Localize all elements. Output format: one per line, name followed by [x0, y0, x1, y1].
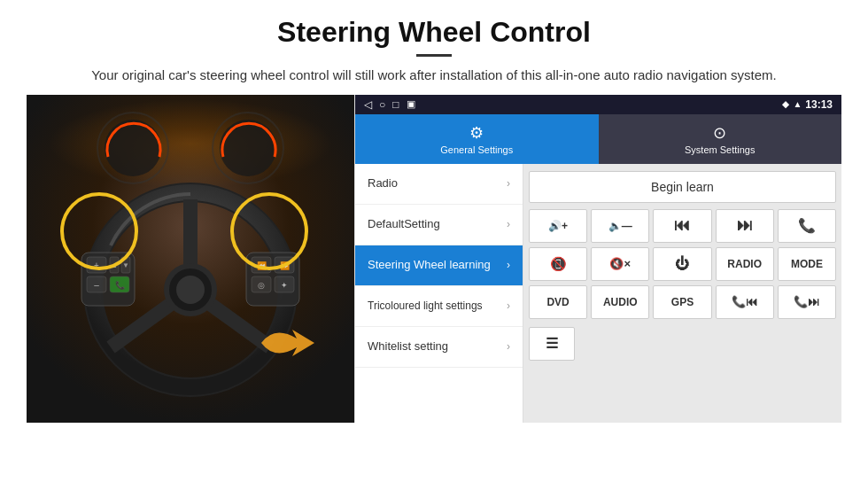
menu-item-whitelist[interactable]: Whitelist setting › — [355, 327, 523, 368]
page-wrapper: Steering Wheel Control Your original car… — [0, 0, 868, 423]
svg-point-5 — [220, 120, 276, 176]
menu-item-default[interactable]: DefaultSetting › — [355, 205, 523, 245]
tel-next-button[interactable]: 📞⏭ — [778, 285, 836, 319]
clock: 13:13 — [805, 98, 833, 111]
begin-learn-button[interactable]: Begin learn — [529, 171, 836, 203]
android-ui: ◁ ○ □ ▣ ◆ ▲ 13:13 ⚙ General Settings — [354, 95, 841, 423]
prev-track-icon: ⏮ — [674, 216, 690, 235]
svg-text:⏩: ⏩ — [280, 261, 291, 271]
arrow-indicator — [257, 316, 328, 370]
dvd-label: DVD — [546, 296, 569, 308]
mute-icon: 🔇× — [609, 257, 631, 270]
svg-text:⏪: ⏪ — [257, 261, 267, 271]
system-settings-icon: ⊙ — [713, 123, 726, 143]
title-divider — [416, 54, 452, 57]
menu-steering-arrow: › — [507, 259, 510, 271]
prev-track-button[interactable]: ⏮ — [653, 209, 711, 243]
menu-radio-arrow: › — [507, 177, 510, 190]
settings-menu: Radio › DefaultSetting › Steering Wheel … — [355, 164, 523, 423]
begin-learn-row: Begin learn — [529, 169, 836, 205]
home-icon: ○ — [379, 98, 385, 111]
menu-tricoloured-label: Tricoloured light settings — [368, 300, 483, 312]
svg-text:◎: ◎ — [258, 281, 265, 290]
status-bar-nav: ◁ ○ □ ▣ — [364, 98, 415, 111]
mode-label: MODE — [791, 258, 823, 270]
settings-controls-area: Radio › DefaultSetting › Steering Wheel … — [355, 164, 841, 423]
status-bar: ◁ ○ □ ▣ ◆ ▲ 13:13 — [355, 95, 841, 114]
hang-up-icon: 📵 — [550, 256, 567, 272]
audio-label: AUDIO — [603, 296, 638, 308]
radio-button[interactable]: RADIO — [716, 247, 774, 281]
phone-answer-button[interactable]: 📞 — [778, 209, 836, 243]
controls-panel: Begin learn 🔊+ 🔈— ⏮ — [523, 164, 841, 423]
back-icon: ◁ — [364, 98, 372, 111]
content-area: + – 📞 ▲ ▼ — [27, 95, 841, 423]
audio-button[interactable]: AUDIO — [591, 285, 649, 319]
bottom-icon-row: ☰ — [529, 327, 836, 361]
tel-next-icon: 📞⏭ — [794, 295, 819, 308]
svg-text:▲: ▲ — [111, 261, 118, 269]
menu-whitelist-label: Whitelist setting — [368, 339, 448, 354]
car-svg: + – 📞 ▲ ▼ — [27, 95, 354, 423]
gps-button[interactable]: GPS — [653, 285, 711, 319]
menu-item-radio[interactable]: Radio › — [355, 164, 523, 205]
svg-text:📞: 📞 — [115, 280, 126, 291]
tel-prev-button[interactable]: 📞⏮ — [716, 285, 774, 319]
recents-icon: □ — [392, 98, 399, 111]
menu-default-arrow: › — [507, 218, 510, 230]
settings-tabs: ⚙ General Settings ⊙ System Settings — [355, 114, 841, 164]
tel-prev-icon: 📞⏮ — [732, 295, 757, 308]
general-settings-icon: ⚙ — [469, 123, 484, 143]
svg-text:▼: ▼ — [122, 261, 129, 269]
menu-default-label: DefaultSetting — [368, 217, 440, 231]
svg-text:✦: ✦ — [281, 281, 288, 290]
signal-icon: ▲ — [793, 99, 802, 109]
menu-whitelist-arrow: › — [507, 340, 510, 353]
next-track-icon: ⏭ — [737, 216, 753, 235]
vol-up-icon: 🔊+ — [548, 220, 568, 232]
mode-button[interactable]: MODE — [778, 247, 836, 281]
menu-icon: ▣ — [407, 98, 415, 110]
location-icon: ◆ — [782, 99, 789, 109]
svg-text:–: – — [94, 280, 99, 290]
list-icon: ☰ — [546, 335, 558, 352]
power-icon: ⏻ — [675, 256, 689, 272]
gps-label: GPS — [671, 296, 694, 308]
next-track-button[interactable]: ⏭ — [716, 209, 774, 243]
mute-button[interactable]: 🔇× — [591, 247, 649, 281]
svg-point-13 — [176, 276, 205, 304]
tab-system[interactable]: ⊙ System Settings — [599, 114, 842, 164]
vol-down-icon: 🔈— — [608, 220, 632, 232]
menu-tricoloured-arrow: › — [507, 300, 510, 312]
radio-label: RADIO — [727, 258, 762, 270]
page-header: Steering Wheel Control Your original car… — [0, 0, 868, 95]
menu-item-tricoloured[interactable]: Tricoloured light settings › — [355, 286, 523, 327]
page-title: Steering Wheel Control — [35, 16, 833, 49]
dvd-button[interactable]: DVD — [529, 285, 587, 319]
menu-steering-label: Steering Wheel learning — [368, 258, 491, 272]
system-settings-label: System Settings — [685, 144, 755, 155]
menu-radio-label: Radio — [368, 176, 398, 191]
svg-point-1 — [49, 99, 332, 188]
svg-text:+: + — [94, 261, 99, 270]
power-button[interactable]: ⏻ — [653, 247, 711, 281]
page-subtitle: Your original car's steering wheel contr… — [35, 66, 833, 86]
phone-answer-icon: 📞 — [798, 217, 816, 234]
car-image: + – 📞 ▲ ▼ — [27, 95, 354, 423]
status-bar-info: ◆ ▲ 13:13 — [782, 98, 833, 111]
general-settings-label: General Settings — [440, 144, 513, 155]
vol-down-button[interactable]: 🔈— — [591, 209, 649, 243]
hang-up-button[interactable]: 📵 — [529, 247, 587, 281]
svg-point-4 — [105, 120, 161, 176]
list-icon-button[interactable]: ☰ — [529, 327, 575, 361]
tab-general[interactable]: ⚙ General Settings — [355, 114, 599, 164]
controls-row-2: 📵 🔇× ⏻ RADIO MODE — [529, 247, 836, 281]
vol-up-button[interactable]: 🔊+ — [529, 209, 587, 243]
controls-row-3: DVD AUDIO GPS 📞⏮ 📞⏭ — [529, 285, 836, 319]
menu-item-steering[interactable]: Steering Wheel learning › — [355, 245, 523, 286]
controls-row-1: 🔊+ 🔈— ⏮ ⏭ 📞 — [529, 209, 836, 243]
